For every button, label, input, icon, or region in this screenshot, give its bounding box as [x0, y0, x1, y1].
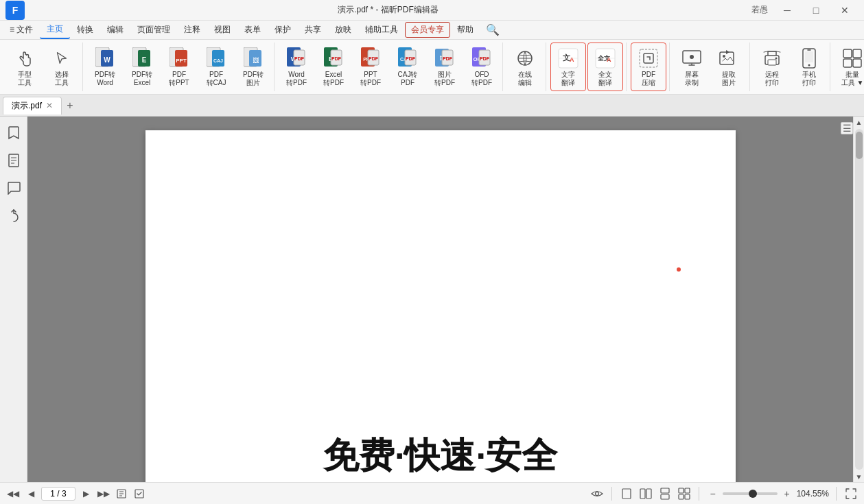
svg-point-51: [690, 55, 694, 59]
menu-item-vip[interactable]: 会员专享: [405, 22, 450, 38]
svg-rect-63: [853, 59, 861, 67]
hand-icon: [14, 47, 36, 69]
extract-img-button[interactable]: 提取图片: [711, 43, 747, 91]
single-page-button[interactable]: [619, 486, 634, 501]
svg-rect-61: [853, 49, 861, 58]
svg-rect-75: [622, 489, 631, 499]
sidebar-bookmark-icon[interactable]: [3, 122, 25, 144]
img-to-pdf-button[interactable]: 🖼PDF 图片转PDF: [427, 43, 463, 91]
excel-to-pdf-icon: EPDF: [323, 47, 345, 69]
phone-print-button[interactable]: 手机打印: [791, 43, 827, 91]
menu-item-form[interactable]: 表单: [237, 21, 268, 38]
search-icon[interactable]: 🔍: [486, 23, 500, 36]
extract-page-button[interactable]: [114, 486, 129, 501]
caj-to-pdf-button[interactable]: CAJPDF CAJ转PDF: [390, 43, 425, 91]
svg-rect-83: [685, 494, 690, 499]
remote-print-button[interactable]: 远程打印: [754, 43, 790, 91]
continuous-double-button[interactable]: [677, 486, 692, 501]
menu-item-protect[interactable]: 保护: [268, 21, 298, 38]
menu-item-view[interactable]: 视图: [207, 21, 237, 38]
menu-bar: ≡ 文件 主页 转换 编辑 页面管理 注释 视图 表单 保护 共享 放映 辅助工…: [0, 21, 864, 40]
navigation-bar: ◀◀ ◀ 1 / 3 ▶ ▶▶ − +: [0, 482, 864, 504]
pdf-to-excel-button[interactable]: E PDF转Excel: [124, 43, 160, 91]
maximize-button[interactable]: □: [802, 3, 830, 17]
save-page-button[interactable]: [132, 486, 147, 501]
menu-item-edit[interactable]: 编辑: [100, 21, 130, 38]
minimize-button[interactable]: ─: [773, 3, 801, 17]
next-page-button[interactable]: ▶: [78, 486, 93, 501]
menu-item-share[interactable]: 共享: [298, 21, 328, 38]
pdf-to-img-icon: 🖼: [242, 47, 264, 69]
menu-item-broadcast[interactable]: 放映: [328, 21, 358, 38]
scrollbar-vertical[interactable]: ▲ ▼: [853, 117, 864, 482]
batch-tools-label: 批量工具 ▼: [841, 71, 864, 87]
pdf-viewer[interactable]: 免费·快速·安全: [27, 117, 853, 482]
menu-item-page-manage[interactable]: 页面管理: [130, 21, 177, 38]
menu-item-convert[interactable]: 转换: [70, 21, 100, 38]
zoom-slider[interactable]: [723, 492, 778, 495]
menu-item-help[interactable]: 帮助: [450, 21, 480, 38]
toolbar-group-online-edit: 在线编辑: [504, 43, 546, 91]
phone-print-icon: [798, 47, 820, 69]
ofd-to-pdf-button[interactable]: OFDPDF OFD转PDF: [464, 43, 500, 91]
sidebar-attachments-icon[interactable]: [3, 204, 25, 226]
scroll-track[interactable]: [855, 129, 863, 470]
ofd-to-pdf-icon: OFDPDF: [471, 47, 493, 69]
select-tool-label: 选择工具: [55, 71, 69, 87]
continuous-page-button[interactable]: [657, 486, 673, 501]
tab-label: 演示.pdf: [12, 100, 42, 112]
pdf-to-excel-icon: E: [131, 47, 153, 69]
title-text: 演示.pdf * - 福昕PDF编辑器: [25, 4, 751, 16]
fullscreen-button[interactable]: [843, 486, 859, 501]
select-tool-button[interactable]: 选择工具: [44, 43, 80, 91]
svg-point-53: [723, 55, 725, 58]
svg-rect-81: [685, 488, 690, 493]
zoom-in-button[interactable]: +: [780, 487, 794, 501]
last-page-button[interactable]: ▶▶: [96, 486, 111, 501]
scroll-up-button[interactable]: ▲: [854, 117, 865, 128]
pdf-compress-button[interactable]: PDF压缩: [631, 43, 666, 91]
text-translate-button[interactable]: 文A 文字翻译: [550, 43, 586, 91]
ppt-to-pdf-button[interactable]: PPTPDF PPT转PDF: [353, 43, 388, 91]
word-to-pdf-icon: WPDF: [285, 47, 307, 69]
page-input[interactable]: 1 / 3: [41, 487, 75, 501]
hand-tool-button[interactable]: 手型工具: [7, 43, 43, 91]
batch-tools-button[interactable]: 批量工具 ▼: [834, 43, 864, 91]
double-page-button[interactable]: [638, 486, 653, 501]
first-page-button[interactable]: ◀◀: [5, 486, 21, 501]
sidebar-comments-icon[interactable]: [3, 177, 25, 199]
sidebar-pages-icon[interactable]: [3, 149, 25, 171]
word-to-pdf-button[interactable]: WPDF Word转PDF: [279, 43, 314, 91]
menu-item-annotate[interactable]: 注释: [177, 21, 207, 38]
zoom-out-button[interactable]: −: [706, 487, 720, 501]
menu-item-assist[interactable]: 辅助工具: [358, 21, 405, 38]
view-mode-eye-button[interactable]: [589, 486, 605, 501]
prev-page-button[interactable]: ◀: [23, 486, 38, 501]
select-icon: [51, 47, 73, 69]
toolbar-group-compress: PDF压缩: [628, 43, 670, 91]
svg-point-59: [808, 64, 810, 66]
red-dot-marker: [677, 267, 681, 272]
scroll-thumb[interactable]: [856, 132, 863, 159]
excel-to-pdf-button[interactable]: EPDF Excel转PDF: [316, 43, 351, 91]
screen-record-button[interactable]: 屏幕录制: [674, 43, 710, 91]
pdf-to-img-button[interactable]: 🖼 PDF转图片: [235, 43, 271, 91]
online-edit-button[interactable]: 在线编辑: [507, 43, 543, 91]
pdf-to-ppt-button[interactable]: PPT PDF转PPT: [161, 43, 197, 91]
pdf-to-word-button[interactable]: W PDF转Word: [87, 43, 123, 91]
menu-item-home[interactable]: 主页: [40, 21, 70, 39]
right-panel-icon[interactable]: ☰: [841, 122, 853, 134]
pdf-to-word-icon: W: [94, 47, 116, 69]
tab-add-button[interactable]: +: [62, 97, 78, 114]
scroll-down-button[interactable]: ▼: [854, 471, 865, 482]
hand-tool-label: 手型工具: [18, 71, 32, 87]
pdf-to-caj-button[interactable]: CAJ PDF转CAJ: [198, 43, 234, 91]
app-logo: F: [5, 1, 25, 20]
svg-text:PDF: PDF: [443, 56, 453, 61]
tab-close-button[interactable]: ✕: [46, 101, 53, 110]
menu-item-file[interactable]: ≡ 文件: [3, 21, 40, 38]
svg-rect-58: [805, 51, 813, 62]
tab-demo-pdf[interactable]: 演示.pdf ✕: [3, 97, 62, 115]
full-translate-button[interactable]: 全文A 全文翻译: [587, 43, 623, 91]
close-button[interactable]: ✕: [831, 3, 859, 17]
